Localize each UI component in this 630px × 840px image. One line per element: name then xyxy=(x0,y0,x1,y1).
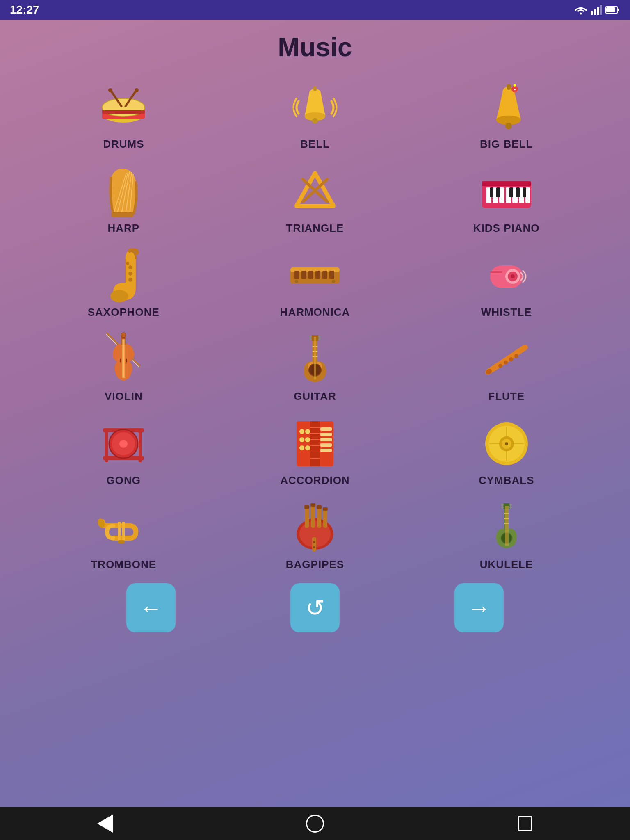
svg-point-121 xyxy=(305,445,310,450)
svg-point-118 xyxy=(299,437,304,442)
svg-point-61 xyxy=(295,280,298,283)
instrument-bell[interactable]: BELL xyxy=(219,75,411,155)
status-bar: 12:27 xyxy=(0,0,630,20)
wifi-icon xyxy=(574,5,587,15)
signal-icon xyxy=(591,5,602,15)
svg-point-0 xyxy=(580,13,582,15)
svg-rect-44 xyxy=(496,187,500,197)
saxophone-icon xyxy=(95,247,152,304)
svg-point-14 xyxy=(108,88,112,92)
gong-label: GONG xyxy=(107,474,141,487)
svg-rect-60 xyxy=(329,271,334,279)
bagpipes-icon xyxy=(286,499,344,557)
svg-point-51 xyxy=(128,278,132,282)
svg-point-87 xyxy=(318,336,321,338)
instrument-trombone[interactable]: TROMBONE xyxy=(28,495,219,575)
recents-nav-button[interactable] xyxy=(513,811,537,836)
instrument-cymbals[interactable]: CYMBALS xyxy=(411,411,602,491)
home-nav-button[interactable] xyxy=(303,811,327,836)
status-time: 12:27 xyxy=(10,3,39,16)
svg-point-91 xyxy=(504,361,508,365)
svg-rect-6 xyxy=(606,7,615,12)
svg-rect-104 xyxy=(310,421,320,466)
back-nav-button[interactable] xyxy=(93,811,117,836)
svg-rect-22 xyxy=(507,84,511,90)
instrument-whistle[interactable]: WHISTLE xyxy=(411,243,602,323)
accordion-icon xyxy=(286,415,344,472)
trombone-label: TROMBONE xyxy=(91,558,156,571)
instrument-gong[interactable]: GONG xyxy=(28,411,219,491)
svg-rect-102 xyxy=(297,421,311,466)
svg-rect-67 xyxy=(490,271,502,273)
svg-rect-139 xyxy=(317,507,321,528)
svg-point-90 xyxy=(498,364,502,368)
svg-rect-144 xyxy=(323,507,328,511)
svg-point-120 xyxy=(299,445,304,450)
instrument-harmonica[interactable]: HARMONICA xyxy=(219,243,411,323)
svg-rect-43 xyxy=(490,187,493,197)
guitar-label: GUITAR xyxy=(294,390,336,403)
svg-point-101 xyxy=(119,440,128,448)
svg-point-71 xyxy=(121,333,126,338)
page-title: Music xyxy=(278,32,352,62)
svg-point-62 xyxy=(332,280,335,283)
svg-point-92 xyxy=(509,357,513,361)
svg-point-18 xyxy=(312,118,318,124)
svg-point-85 xyxy=(309,336,312,338)
instrument-kidspiano[interactable]: KIDS PIANO xyxy=(411,159,602,239)
svg-point-66 xyxy=(511,274,515,278)
forward-button[interactable]: → xyxy=(454,583,504,632)
svg-rect-111 xyxy=(320,427,332,431)
instrument-bigbell[interactable]: BIG BELL xyxy=(411,75,602,155)
bell-icon xyxy=(286,79,344,136)
svg-point-88 xyxy=(318,338,321,340)
svg-rect-19 xyxy=(313,86,317,91)
whistle-label: WHISTLE xyxy=(481,306,532,319)
accordion-label: ACCORDION xyxy=(280,474,349,487)
svg-rect-142 xyxy=(310,503,315,507)
instrument-bagpipes[interactable]: BAGPIPES xyxy=(219,495,411,575)
ukulele-icon xyxy=(478,499,535,557)
instrument-ukulele[interactable]: UKULELE xyxy=(411,495,602,575)
harmonica-label: HARMONICA xyxy=(280,306,350,319)
trombone-icon xyxy=(95,499,152,557)
svg-rect-138 xyxy=(311,505,315,528)
back-button[interactable]: ← xyxy=(126,583,176,632)
svg-rect-113 xyxy=(320,438,332,441)
svg-point-49 xyxy=(128,265,132,269)
svg-point-157 xyxy=(501,506,504,509)
harp-icon xyxy=(95,163,152,220)
svg-point-21 xyxy=(505,123,512,129)
gong-icon xyxy=(95,415,152,472)
instrument-violin[interactable]: VIOLIN xyxy=(28,327,219,407)
instrument-accordion[interactable]: ACCORDION xyxy=(219,411,411,491)
refresh-button[interactable]: ↺ xyxy=(290,583,340,632)
cymbals-icon xyxy=(478,415,535,472)
svg-point-50 xyxy=(128,272,132,276)
svg-point-119 xyxy=(305,437,310,442)
svg-point-52 xyxy=(126,262,129,265)
bottom-nav-bar xyxy=(0,807,630,840)
svg-point-155 xyxy=(501,504,504,506)
instrument-guitar[interactable]: GUITAR xyxy=(219,327,411,407)
cymbals-label: CYMBALS xyxy=(479,474,534,487)
instrument-drums[interactable]: DRUMS xyxy=(28,75,219,155)
bigbell-icon xyxy=(478,79,535,136)
svg-rect-45 xyxy=(509,187,513,197)
svg-rect-58 xyxy=(315,271,320,279)
instrument-harp[interactable]: HARP xyxy=(28,159,219,239)
violin-label: VIOLIN xyxy=(105,390,143,403)
svg-rect-140 xyxy=(323,509,327,528)
svg-point-146 xyxy=(313,541,315,543)
instrument-flute[interactable]: FLUTE xyxy=(411,327,602,407)
svg-rect-1 xyxy=(591,11,593,15)
svg-point-17 xyxy=(305,112,325,119)
drums-icon xyxy=(95,79,152,136)
instrument-saxophone[interactable]: SAXOPHONE xyxy=(28,243,219,323)
main-background: Music xyxy=(0,20,630,807)
instrument-triangle[interactable]: TRIANGLE xyxy=(219,159,411,239)
svg-rect-16 xyxy=(102,110,145,114)
svg-rect-143 xyxy=(317,505,322,509)
triangle-label: TRIANGLE xyxy=(286,222,344,235)
kidspiano-label: KIDS PIANO xyxy=(473,222,540,235)
